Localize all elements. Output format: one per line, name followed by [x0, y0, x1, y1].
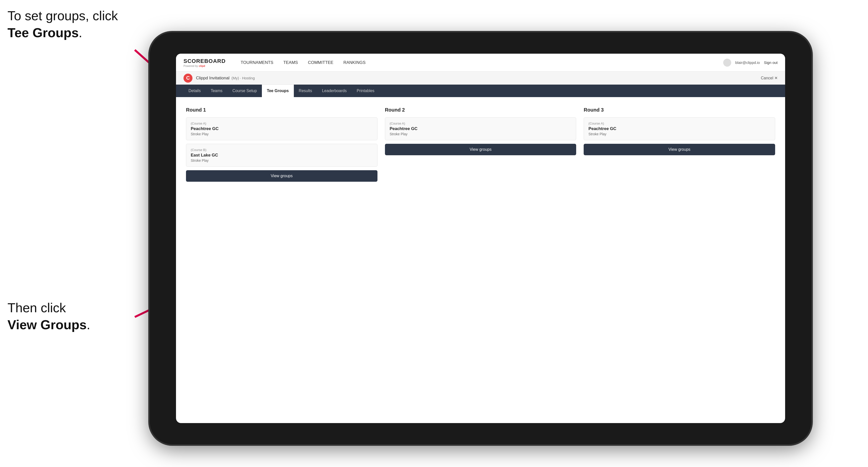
- cancel-button[interactable]: Cancel ✕: [761, 75, 778, 81]
- navbar: SCOREBOARD Powered by clipd TOURNAMENTS …: [176, 54, 785, 72]
- round-2-course-a-label: (Course A): [390, 122, 572, 125]
- round-3-col: Round 3 (Course A) Peachtree GC Stroke P…: [584, 107, 775, 182]
- round-1-view-groups-button[interactable]: View groups: [186, 170, 377, 182]
- content-area: Round 1 (Course A) Peachtree GC Stroke P…: [176, 97, 785, 192]
- round-2-course-a-card: (Course A) Peachtree GC Stroke Play: [385, 117, 577, 140]
- round-1-col: Round 1 (Course A) Peachtree GC Stroke P…: [186, 107, 377, 182]
- nav-committee[interactable]: COMMITTEE: [308, 60, 333, 65]
- tournament-status: (My) · Hosting: [231, 76, 255, 80]
- user-avatar: [723, 59, 731, 67]
- round-3-course-a-format: Stroke Play: [588, 132, 770, 136]
- round-1-course-b-name: East Lake GC: [191, 153, 373, 158]
- round-1-course-b-format: Stroke Play: [191, 158, 373, 162]
- nav-rankings[interactable]: RANKINGS: [343, 60, 366, 65]
- round-3-course-a-card: (Course A) Peachtree GC Stroke Play: [584, 117, 775, 140]
- tournament-name: Clippd Invitational: [196, 75, 229, 81]
- round-1-course-a-card: (Course A) Peachtree GC Stroke Play: [186, 117, 377, 140]
- round-1-course-a-name: Peachtree GC: [191, 126, 373, 131]
- round-3-title: Round 3: [584, 107, 775, 113]
- logo-area: SCOREBOARD Powered by clipd: [184, 58, 226, 67]
- round-1-course-b-card: (Course B) East Lake GC Stroke Play: [186, 144, 377, 167]
- tablet-screen: SCOREBOARD Powered by clipd TOURNAMENTS …: [176, 54, 785, 423]
- tab-course-setup[interactable]: Course Setup: [227, 85, 262, 97]
- tournament-logo: C: [184, 74, 192, 83]
- round-1-course-a-label: (Course A): [191, 122, 373, 125]
- round-2-course-a-format: Stroke Play: [390, 132, 572, 136]
- round-3-course-a-label: (Course A): [588, 122, 770, 125]
- round-1-title: Round 1: [186, 107, 377, 113]
- round-2-title: Round 2: [385, 107, 577, 113]
- logo-sub: Powered by clipd: [184, 64, 226, 67]
- round-1-course-a-format: Stroke Play: [191, 132, 373, 136]
- round-2-col: Round 2 (Course A) Peachtree GC Stroke P…: [385, 107, 577, 182]
- instruction-top: To set groups, click Tee Groups.: [7, 7, 118, 41]
- nav-right: blair@clippd.io Sign out: [723, 59, 778, 67]
- round-2-view-groups-button[interactable]: View groups: [385, 144, 577, 155]
- tab-teams[interactable]: Teams: [206, 85, 227, 97]
- tab-tee-groups[interactable]: Tee Groups: [262, 85, 294, 97]
- tab-details[interactable]: Details: [184, 85, 206, 97]
- round-2-course-a-name: Peachtree GC: [390, 126, 572, 131]
- sign-out-link[interactable]: Sign out: [764, 60, 778, 65]
- tab-results[interactable]: Results: [294, 85, 317, 97]
- logo-text: SCOREBOARD: [184, 58, 226, 64]
- round-1-course-b-label: (Course B): [191, 148, 373, 152]
- tab-printables[interactable]: Printables: [352, 85, 379, 97]
- instruction-bottom: Then click View Groups.: [7, 300, 90, 333]
- nav-links: TOURNAMENTS TEAMS COMMITTEE RANKINGS: [241, 60, 366, 65]
- rounds-grid: Round 1 (Course A) Peachtree GC Stroke P…: [186, 107, 775, 182]
- tab-leaderboards[interactable]: Leaderboards: [317, 85, 352, 97]
- round-3-view-groups-button[interactable]: View groups: [584, 144, 775, 155]
- tournament-bar: C Clippd Invitational (My) · Hosting Can…: [176, 72, 785, 85]
- nav-tournaments[interactable]: TOURNAMENTS: [241, 60, 273, 65]
- user-email: blair@clippd.io: [735, 60, 760, 65]
- nav-teams[interactable]: TEAMS: [283, 60, 298, 65]
- tablet-frame: SCOREBOARD Powered by clipd TOURNAMENTS …: [150, 32, 811, 444]
- logo-brand: clipd: [199, 64, 205, 67]
- sub-nav: Details Teams Course Setup Tee Groups Re…: [176, 85, 785, 97]
- round-3-course-a-name: Peachtree GC: [588, 126, 770, 131]
